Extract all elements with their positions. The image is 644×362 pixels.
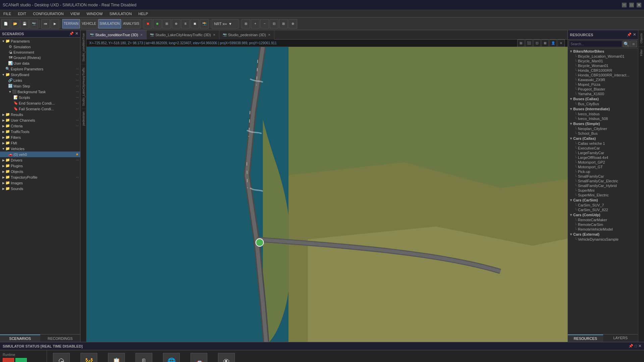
res-item-remotecarsim[interactable]: └RemoteCarSim [568, 222, 638, 227]
tree-drivers[interactable]: ▶ 📁 Drivers ··· [0, 157, 80, 163]
tree-fmi[interactable]: ▶ 📁 FMI [0, 140, 80, 146]
tree-filters[interactable]: ▶ 📁 Filters [0, 134, 80, 140]
menu-view[interactable]: VIEW [67, 11, 83, 16]
module-scenario[interactable]: 📋 SCENARIO [105, 353, 128, 362]
tb-rec[interactable]: ⊕ [172, 19, 180, 28]
viewport-tab-1-close[interactable]: ✕ [140, 33, 143, 37]
view-btn-2[interactable]: ⬛ [525, 40, 533, 47]
tree-storyboard[interactable]: ▼ 📁 StoryBoard ··· [0, 72, 80, 77]
tb-stop[interactable]: ⏹ [144, 19, 152, 28]
tb-stop2[interactable]: ⏹ [191, 19, 199, 28]
module-timemarkers[interactable]: 🌐 TIMEMARKERS [160, 353, 183, 362]
tree-criteria[interactable]: ▶ 📁 Criteria ··· [0, 123, 80, 129]
res-item-honda-cbr-int[interactable]: └Honda_CBR1000RR_interact... [568, 73, 638, 77]
res-item-bicycle-woman02[interactable]: └Bicycle_Woman01 [568, 63, 638, 68]
tree-plugins[interactable]: ▶ 📁 Plugins [0, 163, 80, 169]
tree-traffictools[interactable]: ▶ 📁 TrafficTools [0, 129, 80, 134]
res-item-neoplan[interactable]: └Neoplan_Cityliner [568, 126, 638, 131]
tree-parameters[interactable]: ▼ 📁 Parameters [0, 38, 80, 44]
resources-filter-button[interactable]: ≡ [630, 41, 637, 47]
tb-crosshair[interactable]: ⊞ [241, 19, 250, 28]
sim-status-close[interactable]: ✕ [638, 344, 641, 348]
minimize-button[interactable]: ─ [622, 3, 627, 7]
viewport-tab-3[interactable]: 📷 Studio_pedestrian (3D) ✕ [219, 30, 274, 40]
res-item-remotecarmaker[interactable]: └RemoteCarMaker [568, 218, 638, 222]
res-cat-buses-callas[interactable]: ▼ Buses (Callas) [568, 96, 638, 102]
res-cat-cars-carsim[interactable]: ▼ Cars (CarSim) [568, 197, 638, 203]
tree-scripts[interactable]: 📝 Scripts ··· [0, 95, 80, 100]
res-item-honda-cbr[interactable]: └Honda_CBR1000RR [568, 68, 638, 73]
res-item-iveco-508[interactable]: └Iveco_Irisbus_508 [568, 116, 638, 121]
menu-help[interactable]: HELP [135, 11, 152, 16]
res-item-supermini-elec[interactable]: └SuperMini_Electric [568, 193, 638, 197]
tb-play-back[interactable]: ⏮ [41, 19, 50, 28]
viewport-tab-1[interactable]: 📷 Studio_conditionTrue (3D) ✕ [87, 30, 147, 40]
tree-objects[interactable]: ▶ 📁 Objects [0, 169, 80, 174]
tb-play[interactable]: ▶ [51, 19, 59, 28]
close-button[interactable]: ✕ [637, 3, 641, 7]
res-item-peugeot[interactable]: └Peugeot_Blaster [568, 87, 638, 92]
resources-pin[interactable]: 📌 [627, 33, 632, 37]
res-item-smallfamilycar-elec[interactable]: └SmallFamilyCar_Electric [568, 179, 638, 183]
nrt-dropdown[interactable]: NRT x∞ ▼ [212, 19, 238, 28]
res-item-bus-citybus[interactable]: └Bus_CityBus [568, 102, 638, 106]
view-btn-1[interactable]: ⊞ [517, 40, 525, 47]
res-cat-bikes[interactable]: ▼ Bikes/MotorBikes [568, 49, 638, 54]
tree-ground[interactable]: 🗺 Ground (Riviera) [0, 55, 80, 60]
res-item-schoolbus[interactable]: └School_Bus [568, 131, 638, 136]
res-item-carsim-suv822[interactable]: └CarSim_SUV_822 [568, 207, 638, 212]
tab-recordings[interactable]: RECORDINGS [40, 335, 80, 342]
res-item-bicycle-woman01[interactable]: └Bicycle_Location_Woman01 [568, 54, 638, 59]
res-cat-cars-external[interactable]: ▼ Cars (External) [568, 232, 638, 237]
tb-fit[interactable]: ⊟ [270, 19, 278, 28]
menu-window[interactable]: WINDOW [83, 11, 106, 16]
tree-simulation[interactable]: ⚙ Simulation [0, 44, 80, 50]
tab-scenarios[interactable]: SCENARIOS [0, 335, 40, 342]
res-cat-cars-comudp[interactable]: ▼ Cars (ComUdp) [568, 212, 638, 218]
tree-trajectoryprofile[interactable]: ▶ 📁 TrajectoryProfile ··· [0, 174, 80, 180]
res-item-smallfamilycar[interactable]: └SmallFamilyCar [568, 174, 638, 179]
view-btn-5[interactable]: 👤 [549, 40, 557, 47]
tree-explore-params[interactable]: 🔍 Explore Parameters ··· [0, 66, 80, 72]
vert-label-lakecity[interactable]: Studio_LakeCityHeavyTraffic [81, 64, 86, 109]
tb-zoom-in[interactable]: + [251, 19, 260, 28]
view-btn-6[interactable]: ≡ [557, 40, 565, 47]
scenarios-pin[interactable]: 📌 [69, 32, 74, 36]
tree-results[interactable]: ▶ 📁 Results [0, 112, 80, 117]
res-item-vehicledynamics[interactable]: └VehicleDynamicsSample [568, 237, 638, 242]
res-item-carsim-suv7[interactable]: └CarSim_SUV_7 [568, 203, 638, 207]
view-btn-4[interactable]: ⊠ [541, 40, 549, 47]
tb-expand[interactable]: ⊞ [279, 19, 288, 28]
res-item-iveco-irisbus[interactable]: └Iveco_Irisbus [568, 112, 638, 116]
res-item-smallfamilycar-hyb[interactable]: └SmallFamilyCar_Hybrid [568, 183, 638, 188]
menu-edit[interactable]: EDIT [14, 11, 30, 16]
res-cat-cars-callas[interactable]: ▼ Cars (Callas) [568, 136, 638, 141]
module-sound[interactable]: 🎙 SOUND [132, 353, 156, 362]
view-btn-3[interactable]: ⊡ [533, 40, 541, 47]
vert-label-pedestrian[interactable]: pedestrian [81, 109, 86, 128]
sim-status-pin[interactable]: 📌 [629, 344, 633, 348]
tree-end-scenario[interactable]: 🔖 End Scenario Condi... ··· [0, 100, 80, 106]
vert-label-condition[interactable]: Studio_conditionTrue [81, 30, 86, 64]
res-item-pickup[interactable]: └Pick-up [568, 169, 638, 174]
maximize-button[interactable]: □ [629, 3, 634, 7]
tb-start[interactable]: ⏺ [153, 19, 162, 28]
scenarios-close[interactable]: ✕ [75, 32, 78, 36]
tree-environment[interactable]: 🌤 Environment [0, 50, 80, 55]
res-item-bicycle-man01[interactable]: └Bicycle_Man01 [568, 59, 638, 63]
tree-background-task[interactable]: ▼ ⬛ Background Task ··· [0, 89, 80, 95]
res-item-moped[interactable]: └Moped_Pizza [568, 82, 638, 87]
resources-search-input[interactable] [569, 41, 622, 47]
sim-play-button[interactable]: ● [15, 358, 27, 362]
res-item-callas-1[interactable]: └Callas vehiche 1 [568, 141, 638, 146]
tb-save[interactable]: 💾 [20, 19, 29, 28]
res-cat-buses-simple[interactable]: ▼ Buses (Simple) [568, 121, 638, 126]
viewport-3d[interactable] [87, 47, 568, 342]
tree-links[interactable]: 🔗 Links ··· [0, 77, 80, 83]
sim-stop-button[interactable]: ⏹ [3, 358, 14, 362]
vert-label-objects[interactable]: Objects [639, 30, 644, 46]
tb-simulation[interactable]: SIMULATION [98, 19, 121, 28]
resources-close[interactable]: ✕ [633, 33, 636, 37]
res-item-kawasaki[interactable]: └Kawasaki_ZX9R [568, 77, 638, 82]
tb-axes[interactable]: ⊕ [288, 19, 297, 28]
